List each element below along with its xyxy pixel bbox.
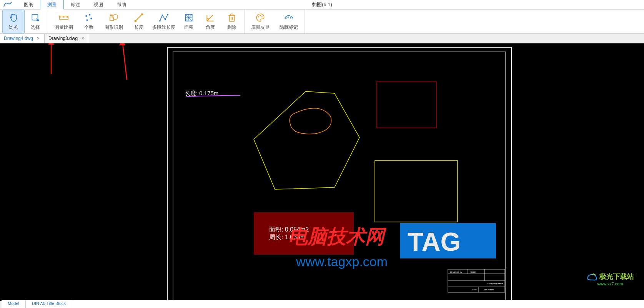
yellow-rectangle bbox=[375, 161, 458, 222]
svg-point-12 bbox=[161, 14, 163, 16]
svg-point-3 bbox=[89, 14, 90, 15]
close-icon[interactable]: × bbox=[81, 36, 85, 41]
svg-line-8 bbox=[135, 14, 142, 21]
watermark-icon bbox=[586, 272, 598, 282]
svg-point-14 bbox=[167, 13, 168, 15]
gray-base-button[interactable]: 底图灰显 bbox=[246, 10, 275, 33]
red-rectangle bbox=[377, 82, 436, 128]
app-logo-icon bbox=[2, 1, 13, 8]
watermark-title: 极光下载站 bbox=[599, 272, 634, 281]
svg-line-32 bbox=[122, 43, 127, 80]
area-button[interactable]: 面积 bbox=[178, 10, 200, 33]
length-label: 长度 bbox=[134, 24, 143, 31]
scale-button[interactable]: 测量比例 bbox=[50, 10, 78, 33]
drawing-canvas[interactable]: 长度: 0.175m 面积: 0.054m2 周长: 1.033m design… bbox=[0, 43, 644, 301]
area-icon bbox=[184, 13, 194, 23]
gray-base-label: 底图灰显 bbox=[251, 24, 270, 31]
select-button[interactable]: 选择 bbox=[25, 10, 46, 33]
dots-icon bbox=[84, 13, 94, 23]
blob-shape bbox=[290, 108, 331, 134]
angle-button[interactable]: 角度 bbox=[200, 10, 221, 33]
count-label: 个数 bbox=[84, 24, 93, 31]
svg-point-17 bbox=[260, 15, 261, 16]
svg-marker-31 bbox=[49, 43, 53, 44]
polyline-length-label: 多段线长度 bbox=[152, 24, 175, 31]
overlay-tag: TAG bbox=[408, 227, 461, 256]
tb-designed-by: designed by bbox=[450, 271, 462, 273]
length-button[interactable]: 长度 bbox=[128, 10, 150, 33]
tool-group-measure: 测量比例 个数 图形识别 长度 多段线长度 bbox=[48, 10, 245, 33]
svg-point-11 bbox=[159, 20, 161, 22]
select-icon bbox=[30, 13, 40, 23]
svg-point-5 bbox=[87, 19, 88, 21]
select-label: 选择 bbox=[31, 24, 40, 31]
app-title: 豹图(6.1) bbox=[312, 1, 332, 8]
eye-off-icon bbox=[284, 13, 294, 23]
file-tab-2-label: Drawing3.dwg bbox=[48, 36, 78, 41]
shapes-icon bbox=[109, 13, 119, 23]
delete-button[interactable]: 删除 bbox=[221, 10, 243, 33]
angle-icon bbox=[205, 13, 215, 23]
polyline-icon bbox=[159, 13, 169, 23]
hide-marks-button[interactable]: 隐藏标记 bbox=[275, 10, 303, 33]
menu-item-drawing[interactable]: 图纸 bbox=[17, 0, 40, 9]
menu-bar: 图纸 测量 标注 视图 帮助 豹图(6.1) bbox=[0, 0, 644, 10]
menu-item-measure[interactable]: 测量 bbox=[40, 0, 64, 10]
line-icon bbox=[134, 13, 144, 23]
svg-point-2 bbox=[85, 15, 87, 17]
tb-date: date bbox=[472, 288, 477, 291]
shape-recog-label: 图形识别 bbox=[105, 24, 123, 31]
polyline-length-button[interactable]: 多段线长度 bbox=[150, 10, 178, 33]
menu-item-view[interactable]: 视图 bbox=[87, 0, 110, 9]
svg-marker-33 bbox=[120, 43, 125, 45]
watermark-url: www.xz7.com bbox=[597, 282, 623, 286]
tb-company: company name bbox=[488, 282, 504, 285]
bottom-tabs: Model DIN A0 Title Block bbox=[2, 300, 644, 308]
hexagon-shape bbox=[254, 91, 359, 189]
annotation-arrow-1 bbox=[49, 43, 53, 74]
svg-point-10 bbox=[141, 13, 143, 15]
svg-point-18 bbox=[261, 16, 263, 17]
count-button[interactable]: 个数 bbox=[78, 10, 100, 33]
palette-icon bbox=[255, 13, 265, 23]
hand-icon bbox=[8, 13, 18, 23]
close-icon[interactable]: × bbox=[36, 36, 40, 41]
bottom-tab-model[interactable]: Model bbox=[2, 300, 26, 308]
svg-point-9 bbox=[135, 20, 136, 22]
hide-marks-label: 隐藏标记 bbox=[280, 24, 298, 31]
tool-group-nav: 浏览 选择 bbox=[1, 10, 48, 33]
trash-icon bbox=[227, 13, 237, 23]
tb-filename: file name bbox=[484, 288, 494, 291]
overlay-brand: 电脑技术网 TAG www.tagxp.com bbox=[285, 223, 496, 269]
scale-label: 测量比例 bbox=[55, 24, 73, 31]
area-label: 面积 bbox=[184, 24, 193, 31]
svg-point-13 bbox=[165, 18, 166, 20]
file-tabs-bar: Drawing4.dwg × Drawing3.dwg × bbox=[0, 34, 644, 43]
canvas-svg: 长度: 0.175m 面积: 0.054m2 周长: 1.033m design… bbox=[0, 43, 644, 301]
ruler-icon bbox=[59, 13, 69, 23]
browse-label: 浏览 bbox=[9, 24, 18, 31]
overlay-brand-cn: 电脑技术网 bbox=[288, 226, 387, 247]
toolbar: 浏览 选择 测量比例 个数 图形识别 bbox=[0, 10, 644, 34]
tb-name: name bbox=[470, 271, 476, 273]
menu-item-annotation[interactable]: 标注 bbox=[64, 0, 87, 9]
watermark: 极光下载站 www.xz7.com bbox=[586, 272, 634, 286]
file-tab-2[interactable]: Drawing3.dwg × bbox=[45, 34, 89, 43]
shape-recog-button[interactable]: 图形识别 bbox=[100, 10, 128, 33]
annotation-arrow-2 bbox=[120, 43, 127, 80]
file-tab-1-label: Drawing4.dwg bbox=[4, 36, 33, 41]
length-measure-text: 长度: 0.175m bbox=[185, 90, 218, 96]
delete-label: 删除 bbox=[227, 24, 236, 31]
menu-item-help[interactable]: 帮助 bbox=[110, 0, 133, 9]
file-tab-1[interactable]: Drawing4.dwg × bbox=[0, 34, 45, 43]
angle-label: 角度 bbox=[206, 24, 215, 31]
browse-button[interactable]: 浏览 bbox=[2, 10, 25, 33]
bottom-tab-title-block[interactable]: DIN A0 Title Block bbox=[26, 300, 72, 308]
tool-group-view: 底图灰显 隐藏标记 bbox=[245, 10, 305, 33]
svg-point-4 bbox=[90, 18, 92, 19]
overlay-url: www.tagxp.com bbox=[296, 254, 388, 269]
svg-point-16 bbox=[258, 16, 259, 17]
